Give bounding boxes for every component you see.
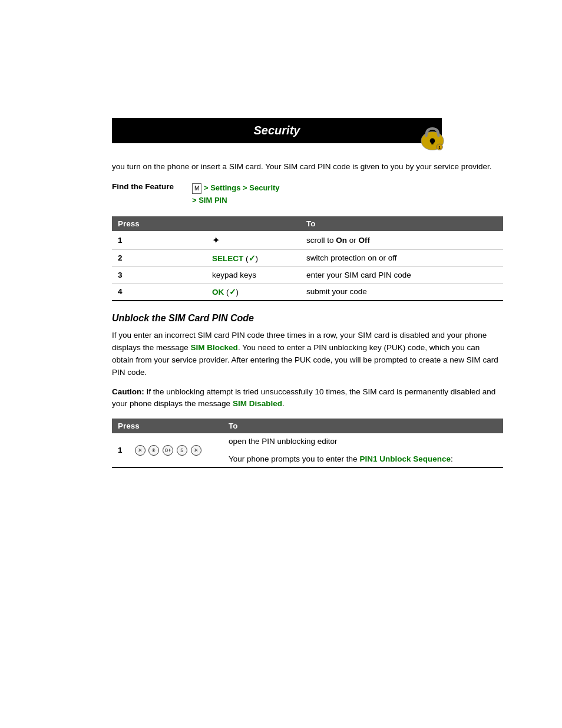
lock-icon: 1 — [417, 121, 448, 152]
col-press-header: Press — [112, 216, 300, 231]
unblock-body-text: If you enter an incorrect SIM card PIN c… — [112, 330, 503, 379]
table2-header-row: Press To — [112, 419, 503, 433]
second-instruction-table: Press To 1 ✳ ✳ 0+ 5 ✳ open the PIN unblo… — [112, 419, 503, 468]
sim-disabled-text: SIM Disabled — [233, 399, 282, 408]
step-1: 1 — [112, 231, 206, 250]
table-header-row: Press To — [112, 216, 503, 231]
caution-label: Caution: — [112, 387, 144, 396]
key-5: 5 — [177, 445, 187, 456]
step-2: 2 — [112, 249, 206, 266]
to2-line2: Your phone prompts you to enter the — [229, 454, 358, 463]
press-keypad: keypad keys — [206, 266, 300, 283]
caution-text: Caution: If the unblocking attempt is tr… — [112, 386, 503, 411]
key-star1: ✳ — [135, 445, 146, 456]
sim-blocked-text: SIM Blocked — [191, 343, 238, 352]
to-scroll: scroll to On or Off — [300, 231, 503, 250]
to2-line1: open the PIN unblocking editor — [229, 437, 338, 446]
unblock-heading: Unblock the SIM Card PIN Code — [112, 313, 503, 324]
key-0: 0+ — [163, 445, 173, 456]
intro-text: you turn on the phone or insert a SIM ca… — [112, 161, 503, 173]
find-feature-path: M > Settings > Security > SIM PIN — [192, 182, 280, 207]
path-settings-security: > Settings > Security > SIM PIN — [192, 183, 280, 205]
menu-icon: M — [192, 183, 201, 194]
step2-1: 1 — [112, 433, 128, 467]
key-star3: ✳ — [191, 445, 201, 456]
to-switch: switch protection on or off — [300, 249, 503, 266]
pin1-unblock: PIN1 Unblock Sequence — [359, 454, 451, 463]
key-star2: ✳ — [148, 445, 159, 456]
svg-rect-2 — [431, 141, 433, 144]
caution-body: If the unblocking attempt is tried unsuc… — [112, 387, 495, 409]
lock-icon-container: 1 — [417, 121, 448, 154]
table-row: 1 ✳ ✳ 0+ 5 ✳ open the PIN unblocking edi… — [112, 433, 503, 467]
caution-end: . — [282, 399, 285, 408]
to2-open: open the PIN unblocking editor Your phon… — [223, 433, 503, 467]
to2-end: : — [451, 454, 453, 463]
first-instruction-table: Press To 1 ✦ scroll to On or Off 2 SELEC… — [112, 216, 503, 301]
table-row: 4 OK (✓) submit your code — [112, 283, 503, 301]
step-3: 3 — [112, 266, 206, 283]
svg-text:1: 1 — [438, 146, 441, 150]
step-4: 4 — [112, 283, 206, 301]
col-to-header: To — [300, 216, 503, 231]
header-banner: Security 1 — [112, 118, 442, 143]
to-submit: submit your code — [300, 283, 503, 301]
header-title: Security — [254, 124, 300, 137]
dpad-icon: ✦ — [212, 235, 220, 246]
table-row: 2 SELECT (✓) switch protection on or off — [112, 249, 503, 266]
content: you turn on the phone or insert a SIM ca… — [112, 161, 503, 468]
table-row: 3 keypad keys enter your SIM card PIN co… — [112, 266, 503, 283]
find-feature-label: Find the Feature — [112, 182, 183, 191]
find-feature: Find the Feature M > Settings > Security… — [112, 182, 503, 207]
col2-to-header: To — [223, 419, 503, 433]
page: Security 1 you turn on the phone or inse… — [0, 118, 562, 728]
press-dpad: ✦ — [206, 231, 300, 250]
to-enter-pin: enter your SIM card PIN code — [300, 266, 503, 283]
press-ok: OK (✓) — [206, 283, 300, 301]
press-select: SELECT (✓) — [206, 249, 300, 266]
table-row: 1 ✦ scroll to On or Off — [112, 231, 503, 250]
col2-press-header: Press — [112, 419, 223, 433]
press2-keys: ✳ ✳ 0+ 5 ✳ — [128, 433, 223, 467]
